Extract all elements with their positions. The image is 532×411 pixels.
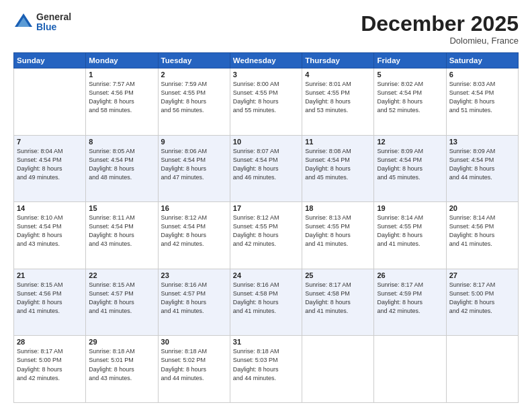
day-number: 5	[377, 71, 443, 79]
table-row: 4Sunrise: 8:01 AMSunset: 4:55 PMDaylight…	[302, 68, 374, 136]
table-row: 18Sunrise: 8:13 AMSunset: 4:55 PMDayligh…	[302, 202, 374, 269]
day-number: 19	[377, 204, 443, 212]
table-row: 8Sunrise: 8:05 AMSunset: 4:54 PMDaylight…	[86, 135, 158, 202]
day-number: 22	[89, 271, 154, 279]
day-number: 11	[305, 138, 371, 146]
weekday-header-row: Sunday Monday Tuesday Wednesday Thursday…	[14, 53, 519, 68]
table-row: 31Sunrise: 8:18 AMSunset: 5:03 PMDayligh…	[230, 336, 302, 403]
day-info: Sunrise: 7:57 AMSunset: 4:56 PMDaylight:…	[89, 80, 154, 115]
title-block: December 2025 Dolomieu, France	[361, 12, 519, 46]
week-row-0: 1Sunrise: 7:57 AMSunset: 4:56 PMDaylight…	[14, 68, 519, 136]
day-info: Sunrise: 8:03 AMSunset: 4:54 PMDaylight:…	[449, 80, 515, 115]
day-info: Sunrise: 8:12 AMSunset: 4:54 PMDaylight:…	[161, 214, 227, 248]
week-row-2: 14Sunrise: 8:10 AMSunset: 4:54 PMDayligh…	[14, 202, 519, 269]
day-number: 4	[305, 71, 371, 79]
table-row: 15Sunrise: 8:11 AMSunset: 4:54 PMDayligh…	[86, 202, 158, 269]
table-row: 11Sunrise: 8:08 AMSunset: 4:54 PMDayligh…	[302, 135, 374, 202]
day-number: 23	[161, 271, 227, 279]
col-sunday: Sunday	[14, 53, 86, 68]
table-row	[374, 336, 446, 403]
col-wednesday: Wednesday	[230, 53, 302, 68]
day-info: Sunrise: 8:15 AMSunset: 4:56 PMDaylight:…	[17, 281, 83, 316]
col-tuesday: Tuesday	[158, 53, 230, 68]
logo-text: General Blue	[36, 12, 71, 33]
col-thursday: Thursday	[302, 53, 374, 68]
table-row: 27Sunrise: 8:17 AMSunset: 5:00 PMDayligh…	[446, 269, 518, 336]
day-info: Sunrise: 8:14 AMSunset: 4:55 PMDaylight:…	[377, 214, 443, 248]
table-row: 5Sunrise: 8:02 AMSunset: 4:54 PMDaylight…	[374, 68, 446, 136]
day-info: Sunrise: 8:16 AMSunset: 4:58 PMDaylight:…	[233, 281, 299, 316]
table-row: 24Sunrise: 8:16 AMSunset: 4:58 PMDayligh…	[230, 269, 302, 336]
table-row: 30Sunrise: 8:18 AMSunset: 5:02 PMDayligh…	[158, 336, 230, 403]
table-row: 17Sunrise: 8:12 AMSunset: 4:55 PMDayligh…	[230, 202, 302, 269]
col-saturday: Saturday	[446, 53, 518, 68]
table-row	[14, 68, 86, 136]
table-row	[302, 336, 374, 403]
header: General Blue December 2025 Dolomieu, Fra…	[13, 12, 519, 46]
table-row: 22Sunrise: 8:15 AMSunset: 4:57 PMDayligh…	[86, 269, 158, 336]
day-number: 9	[161, 138, 227, 146]
day-number: 13	[449, 138, 515, 146]
day-info: Sunrise: 8:18 AMSunset: 5:01 PMDaylight:…	[89, 347, 154, 382]
day-info: Sunrise: 8:02 AMSunset: 4:54 PMDaylight:…	[377, 80, 443, 115]
day-number: 29	[89, 338, 154, 346]
logo-general-label: General	[36, 12, 71, 22]
table-row: 25Sunrise: 8:17 AMSunset: 4:58 PMDayligh…	[302, 269, 374, 336]
day-info: Sunrise: 8:00 AMSunset: 4:55 PMDaylight:…	[233, 80, 299, 115]
table-row: 2Sunrise: 7:59 AMSunset: 4:55 PMDaylight…	[158, 68, 230, 136]
day-number: 20	[449, 204, 515, 212]
day-info: Sunrise: 7:59 AMSunset: 4:55 PMDaylight:…	[161, 80, 227, 115]
day-info: Sunrise: 8:13 AMSunset: 4:55 PMDaylight:…	[305, 214, 371, 248]
day-info: Sunrise: 8:01 AMSunset: 4:55 PMDaylight:…	[305, 80, 371, 115]
day-info: Sunrise: 8:17 AMSunset: 5:00 PMDaylight:…	[17, 347, 83, 382]
day-number: 3	[233, 71, 299, 79]
day-number: 2	[161, 71, 227, 79]
table-row: 26Sunrise: 8:17 AMSunset: 4:59 PMDayligh…	[374, 269, 446, 336]
table-row: 28Sunrise: 8:17 AMSunset: 5:00 PMDayligh…	[14, 336, 86, 403]
day-number: 6	[449, 71, 515, 79]
col-monday: Monday	[86, 53, 158, 68]
day-number: 21	[17, 271, 83, 279]
table-row: 13Sunrise: 8:09 AMSunset: 4:54 PMDayligh…	[446, 135, 518, 202]
day-info: Sunrise: 8:10 AMSunset: 4:54 PMDaylight:…	[17, 214, 83, 248]
day-info: Sunrise: 8:14 AMSunset: 4:56 PMDaylight:…	[449, 214, 515, 248]
table-row: 7Sunrise: 8:04 AMSunset: 4:54 PMDaylight…	[14, 135, 86, 202]
day-info: Sunrise: 8:18 AMSunset: 5:02 PMDaylight:…	[161, 347, 227, 382]
day-info: Sunrise: 8:11 AMSunset: 4:54 PMDaylight:…	[89, 214, 154, 248]
col-friday: Friday	[374, 53, 446, 68]
table-row: 29Sunrise: 8:18 AMSunset: 5:01 PMDayligh…	[86, 336, 158, 403]
day-number: 27	[449, 271, 515, 279]
day-number: 15	[89, 204, 154, 212]
day-info: Sunrise: 8:05 AMSunset: 4:54 PMDaylight:…	[89, 147, 154, 182]
day-info: Sunrise: 8:17 AMSunset: 5:00 PMDaylight:…	[449, 281, 515, 316]
day-info: Sunrise: 8:04 AMSunset: 4:54 PMDaylight:…	[17, 147, 83, 182]
table-row: 21Sunrise: 8:15 AMSunset: 4:56 PMDayligh…	[14, 269, 86, 336]
day-info: Sunrise: 8:09 AMSunset: 4:54 PMDaylight:…	[449, 147, 515, 182]
day-info: Sunrise: 8:17 AMSunset: 4:59 PMDaylight:…	[377, 281, 443, 316]
page: General Blue December 2025 Dolomieu, Fra…	[0, 0, 532, 411]
table-row: 6Sunrise: 8:03 AMSunset: 4:54 PMDaylight…	[446, 68, 518, 136]
day-number: 8	[89, 138, 154, 146]
table-row	[446, 336, 518, 403]
day-info: Sunrise: 8:18 AMSunset: 5:03 PMDaylight:…	[233, 347, 299, 382]
day-number: 1	[89, 71, 154, 79]
day-number: 7	[17, 138, 83, 146]
day-number: 16	[161, 204, 227, 212]
day-info: Sunrise: 8:09 AMSunset: 4:54 PMDaylight:…	[377, 147, 443, 182]
table-row: 16Sunrise: 8:12 AMSunset: 4:54 PMDayligh…	[158, 202, 230, 269]
table-row: 3Sunrise: 8:00 AMSunset: 4:55 PMDaylight…	[230, 68, 302, 136]
day-info: Sunrise: 8:16 AMSunset: 4:57 PMDaylight:…	[161, 281, 227, 316]
calendar-table: Sunday Monday Tuesday Wednesday Thursday…	[13, 52, 519, 403]
day-info: Sunrise: 8:08 AMSunset: 4:54 PMDaylight:…	[305, 147, 371, 182]
location-subtitle: Dolomieu, France	[361, 36, 519, 46]
logo: General Blue	[13, 12, 71, 33]
week-row-1: 7Sunrise: 8:04 AMSunset: 4:54 PMDaylight…	[14, 135, 519, 202]
logo-blue-label: Blue	[36, 22, 71, 32]
day-number: 10	[233, 138, 299, 146]
table-row: 12Sunrise: 8:09 AMSunset: 4:54 PMDayligh…	[374, 135, 446, 202]
day-number: 14	[17, 204, 83, 212]
table-row: 20Sunrise: 8:14 AMSunset: 4:56 PMDayligh…	[446, 202, 518, 269]
day-number: 18	[305, 204, 371, 212]
table-row: 1Sunrise: 7:57 AMSunset: 4:56 PMDaylight…	[86, 68, 158, 136]
month-title: December 2025	[361, 12, 519, 36]
